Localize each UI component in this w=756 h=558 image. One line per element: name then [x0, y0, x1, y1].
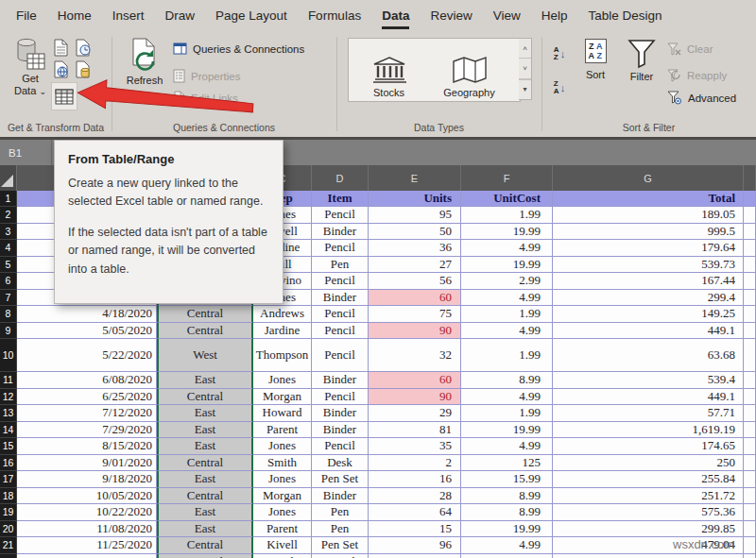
cell-E11[interactable]: 60: [369, 372, 461, 389]
stocks-data-type[interactable]: Stocks: [349, 39, 429, 101]
tab-draw[interactable]: Draw: [155, 1, 206, 30]
cell-E9[interactable]: 90: [369, 323, 461, 340]
cell-D3[interactable]: Binder: [312, 224, 369, 241]
cell-F20[interactable]: 19.99: [461, 521, 553, 538]
row-header-4[interactable]: 4: [0, 240, 17, 257]
cell-D6[interactable]: Pencil: [312, 273, 369, 290]
cell-F3[interactable]: 19.99: [461, 224, 553, 241]
cell-H2[interactable]: [744, 207, 756, 224]
cell-C17[interactable]: Jones: [253, 471, 312, 488]
cell-D4[interactable]: Pencil: [312, 240, 369, 257]
cell-H3[interactable]: [744, 224, 756, 241]
cell-E20[interactable]: 15: [369, 521, 461, 538]
cell-G22[interactable]: 86.43: [553, 554, 744, 558]
cell-F1[interactable]: UnitCost: [461, 191, 553, 207]
cell-F18[interactable]: 8.99: [461, 488, 553, 505]
cell-A10[interactable]: 5/22/2020: [17, 339, 157, 372]
sort-descending-button[interactable]: ZA↓: [548, 75, 571, 101]
cell-F19[interactable]: 8.99: [461, 504, 553, 521]
cell-D13[interactable]: Binder: [312, 405, 369, 422]
cell-D16[interactable]: Desk: [312, 455, 369, 472]
column-header-D[interactable]: D: [312, 165, 369, 191]
cell-H19[interactable]: [744, 504, 756, 521]
row-header-3[interactable]: 3: [0, 224, 17, 241]
cell-D1[interactable]: Item: [312, 191, 369, 207]
cell-A8[interactable]: 4/18/2020: [17, 306, 157, 323]
cell-F7[interactable]: 4.99: [461, 290, 553, 307]
cell-G11[interactable]: 539.4: [553, 372, 744, 389]
cell-H21[interactable]: [744, 537, 756, 554]
cell-D9[interactable]: Pencil: [312, 323, 369, 340]
cell-H12[interactable]: [744, 389, 756, 406]
cell-F10[interactable]: 1.99: [461, 339, 553, 372]
row-header-14[interactable]: 14: [0, 422, 17, 439]
tab-formulas[interactable]: Formulas: [298, 1, 371, 30]
cell-E2[interactable]: 95: [369, 207, 461, 224]
cell-B11[interactable]: East: [157, 372, 253, 389]
cell-H4[interactable]: [744, 240, 756, 257]
cell-C22[interactable]: Smith: [253, 554, 312, 558]
cell-F2[interactable]: 1.99: [461, 207, 553, 224]
cell-H7[interactable]: [744, 290, 756, 307]
cell-A22[interactable]: 12/12/2020: [17, 554, 157, 558]
cell-A18[interactable]: 10/05/2020: [17, 488, 157, 505]
cell-G9[interactable]: 449.1: [553, 323, 744, 340]
cell-F11[interactable]: 8.99: [461, 372, 553, 389]
cell-G13[interactable]: 57.71: [553, 405, 744, 422]
row-header-2[interactable]: 2: [0, 207, 17, 224]
cell-F15[interactable]: 4.99: [461, 438, 553, 455]
row-header-1[interactable]: 1: [0, 191, 17, 207]
cell-G15[interactable]: 174.65: [553, 438, 744, 455]
cell-H14[interactable]: [744, 422, 756, 439]
cell-E17[interactable]: 16: [369, 471, 461, 488]
cell-E16[interactable]: 2: [369, 455, 461, 472]
cell-D11[interactable]: Binder: [312, 372, 369, 389]
tab-view[interactable]: View: [483, 1, 531, 30]
cell-B18[interactable]: Central: [157, 488, 253, 505]
tab-help[interactable]: Help: [531, 1, 578, 30]
cell-G1[interactable]: Total: [553, 191, 744, 207]
row-header-19[interactable]: 19: [0, 504, 17, 521]
cell-D19[interactable]: Pen: [312, 504, 369, 521]
cell-F14[interactable]: 19.99: [461, 422, 553, 439]
cell-F8[interactable]: 1.99: [461, 306, 553, 323]
cell-F21[interactable]: 4.99: [461, 537, 553, 554]
cell-B19[interactable]: East: [157, 504, 253, 521]
cell-A21[interactable]: 11/25/2020: [17, 537, 157, 554]
tab-insert[interactable]: Insert: [102, 1, 155, 30]
advanced-filter-button[interactable]: Advanced: [667, 91, 736, 105]
gallery-scroll-down-button[interactable]: ˅: [519, 59, 531, 78]
cell-E19[interactable]: 64: [369, 504, 461, 521]
cell-E8[interactable]: 75: [369, 306, 461, 323]
cell-F9[interactable]: 4.99: [461, 323, 553, 340]
row-header-15[interactable]: 15: [0, 438, 17, 455]
cell-E18[interactable]: 28: [369, 488, 461, 505]
cell-E15[interactable]: 35: [369, 438, 461, 455]
row-header-17[interactable]: 17: [0, 471, 17, 488]
cell-G16[interactable]: 250: [553, 455, 744, 472]
cell-G3[interactable]: 999.5: [553, 224, 744, 241]
cell-A12[interactable]: 6/25/2020: [17, 389, 157, 406]
row-header-12[interactable]: 12: [0, 389, 17, 406]
cell-G6[interactable]: 167.44: [553, 273, 744, 290]
cell-B20[interactable]: East: [157, 521, 253, 538]
cell-G20[interactable]: 299.85: [553, 521, 744, 538]
tab-page-layout[interactable]: Page Layout: [205, 1, 298, 30]
cell-C18[interactable]: Morgan: [253, 488, 312, 505]
cell-C21[interactable]: Kivell: [253, 537, 312, 554]
cell-G8[interactable]: 149.25: [553, 306, 744, 323]
cell-E4[interactable]: 36: [369, 240, 461, 257]
cell-H5[interactable]: [744, 257, 756, 274]
row-header-13[interactable]: 13: [0, 405, 17, 422]
get-data-button[interactable]: Get Data ⌄: [9, 37, 51, 118]
cell-G12[interactable]: 449.1: [553, 389, 744, 406]
cell-B10[interactable]: West: [157, 339, 253, 372]
cell-D5[interactable]: Pen: [312, 257, 369, 274]
cell-D22[interactable]: Pencil: [312, 554, 369, 558]
cell-A9[interactable]: 5/05/2020: [17, 323, 157, 340]
cell-C19[interactable]: Jones: [253, 504, 312, 521]
cell-H13[interactable]: [744, 405, 756, 422]
cell-D7[interactable]: Binder: [312, 290, 369, 307]
cell-E3[interactable]: 50: [369, 224, 461, 241]
from-web-icon[interactable]: [53, 60, 69, 78]
